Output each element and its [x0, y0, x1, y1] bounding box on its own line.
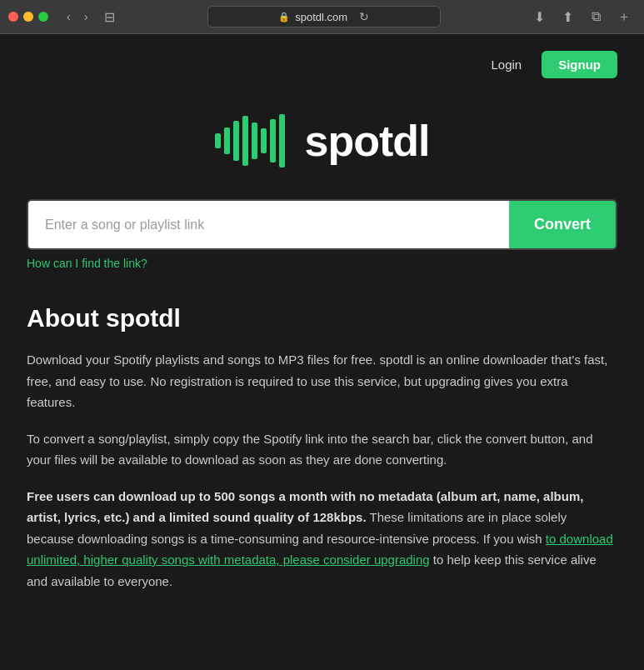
- svg-rect-2: [233, 121, 239, 161]
- svg-rect-0: [215, 133, 221, 148]
- logo-text: spotdl: [305, 116, 430, 166]
- window-buttons: [8, 12, 48, 22]
- about-section: About spotdl Download your Spotify playl…: [27, 304, 617, 592]
- find-link-help[interactable]: How can I find the link?: [27, 257, 147, 270]
- close-window-button[interactable]: [8, 12, 18, 22]
- song-link-input[interactable]: [28, 201, 509, 248]
- download-icon[interactable]: ⬇: [527, 5, 551, 28]
- svg-rect-5: [261, 128, 267, 153]
- logo-waveform: [215, 112, 290, 170]
- about-paragraph-3: Free users can download up to 500 songs …: [27, 486, 617, 592]
- toolbar-right: ⬇ ⬆ ⧉ ＋: [527, 5, 636, 28]
- svg-rect-6: [270, 119, 276, 162]
- logo-section: spotdl: [27, 87, 617, 199]
- waveform-svg: [215, 112, 290, 170]
- minimize-window-button[interactable]: [23, 12, 33, 22]
- about-title: About spotdl: [27, 304, 617, 332]
- sidebar-button[interactable]: ⊟: [99, 8, 120, 27]
- search-section: Convert How can I find the link?: [27, 199, 617, 271]
- maximize-window-button[interactable]: [38, 12, 48, 22]
- new-tab-icon[interactable]: ＋: [612, 5, 636, 28]
- browser-titlebar: ‹ › ⊟ 🔒 spotdl.com ↻ ⬇ ⬆ ⧉ ＋: [0, 0, 644, 33]
- about-paragraph-2: To convert a song/playlist, simply copy …: [27, 428, 617, 471]
- about-paragraph-1: Download your Spotify playlists and song…: [27, 349, 617, 413]
- tab-icon[interactable]: ⧉: [584, 5, 607, 28]
- page-content: Login Signup spotdl Convert How can I fi…: [0, 34, 644, 640]
- address-bar[interactable]: 🔒 spotdl.com ↻: [207, 6, 441, 28]
- browser-chrome: ‹ › ⊟ 🔒 spotdl.com ↻ ⬇ ⬆ ⧉ ＋: [0, 0, 644, 34]
- top-nav: Login Signup: [27, 34, 617, 87]
- convert-button[interactable]: Convert: [509, 201, 616, 248]
- lock-icon: 🔒: [278, 12, 290, 22]
- forward-button[interactable]: ›: [79, 8, 93, 25]
- svg-rect-1: [224, 128, 230, 154]
- svg-rect-4: [252, 122, 257, 159]
- address-bar-container: 🔒 spotdl.com ↻: [127, 6, 521, 28]
- reload-icon[interactable]: ↻: [359, 10, 369, 23]
- nav-buttons: ‹ ›: [62, 8, 92, 25]
- login-button[interactable]: Login: [481, 52, 532, 77]
- url-text: spotdl.com: [295, 11, 347, 23]
- back-button[interactable]: ‹: [62, 8, 76, 25]
- svg-rect-7: [279, 114, 285, 168]
- search-bar: Convert: [27, 199, 617, 250]
- svg-rect-3: [242, 116, 248, 166]
- share-icon[interactable]: ⬆: [556, 5, 579, 28]
- signup-button[interactable]: Signup: [542, 51, 617, 78]
